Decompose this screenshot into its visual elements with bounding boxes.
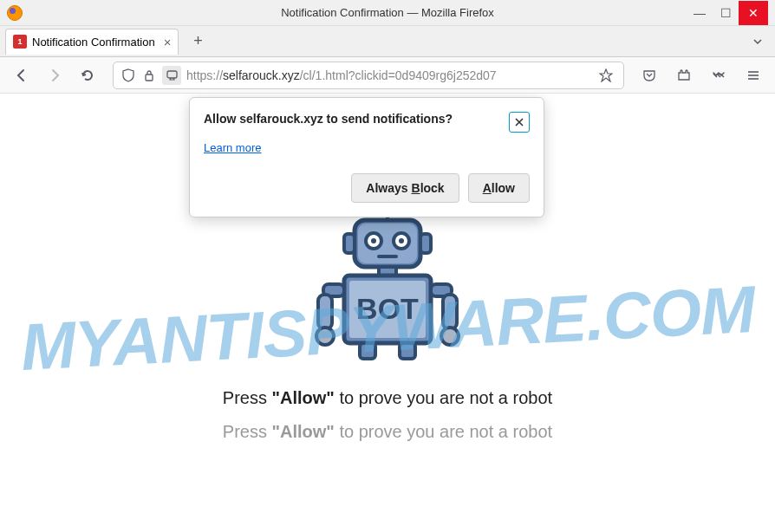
overflow-icon[interactable] <box>706 62 732 88</box>
window-title: Notification Confirmation — Mozilla Fire… <box>281 6 494 19</box>
forward-button[interactable] <box>42 62 68 88</box>
browser-tab[interactable]: 1 Notification Confirmation × <box>5 29 179 55</box>
bot-label: BOT <box>356 292 419 325</box>
window-controls: — ☐ ✕ <box>687 1 768 25</box>
firefox-icon <box>7 5 23 21</box>
prove-text-primary: Press "Allow" to prove you are not a rob… <box>223 388 552 408</box>
maximize-button[interactable]: ☐ <box>713 1 739 25</box>
permission-icon[interactable] <box>162 66 181 85</box>
minimize-button[interactable]: — <box>687 1 713 25</box>
window-titlebar: Notification Confirmation — Mozilla Fire… <box>0 0 775 26</box>
tab-bar: 1 Notification Confirmation × + <box>0 26 775 57</box>
always-block-button[interactable]: Always Block <box>351 173 459 203</box>
extensions-icon[interactable] <box>671 62 697 88</box>
hamburger-menu-icon[interactable] <box>740 62 766 88</box>
learn-more-link[interactable]: Learn more <box>204 141 261 154</box>
svg-rect-20 <box>318 295 332 329</box>
back-button[interactable] <box>9 62 35 88</box>
url-path: /cl/1.html?clickid=0d9409rg6j252d07 <box>300 68 497 82</box>
learn-more-row: Learn more <box>204 141 530 154</box>
popup-close-button[interactable] <box>509 112 530 133</box>
url-scheme: https:// <box>186 68 223 82</box>
notification-permission-popup: Allow selfarouck.xyz to send notificatio… <box>189 97 544 217</box>
svg-rect-23 <box>443 295 457 329</box>
tab-list-dropdown-icon[interactable] <box>746 29 770 54</box>
svg-rect-1 <box>167 71 177 78</box>
svg-rect-9 <box>344 234 355 253</box>
svg-point-12 <box>371 238 376 243</box>
popup-title: Allow selfarouck.xyz to send notificatio… <box>204 112 453 126</box>
close-tab-icon[interactable]: × <box>164 35 172 49</box>
close-window-button[interactable]: ✕ <box>739 1 768 25</box>
svg-point-21 <box>316 328 334 345</box>
close-icon <box>514 117 524 127</box>
svg-point-24 <box>441 328 459 345</box>
url-text: https://selfarouck.xyz/cl/1.html?clickid… <box>186 68 590 82</box>
address-bar[interactable]: https://selfarouck.xyz/cl/1.html?clickid… <box>113 62 624 89</box>
tab-title: Notification Confirmation <box>32 36 155 49</box>
shield-icon[interactable] <box>120 68 136 83</box>
pocket-icon[interactable] <box>636 62 662 88</box>
bookmark-star-icon[interactable] <box>596 65 616 86</box>
lock-icon[interactable] <box>141 68 157 83</box>
prove-text-secondary: Press "Allow" to prove you are not a rob… <box>223 422 552 442</box>
reload-button[interactable] <box>75 62 101 88</box>
svg-point-14 <box>399 238 404 243</box>
svg-rect-10 <box>420 234 431 253</box>
popup-buttons: Always Block Allow <box>204 173 530 203</box>
svg-rect-25 <box>360 343 375 359</box>
toolbar-right <box>636 62 766 88</box>
tab-favicon-badge: 1 <box>13 35 27 49</box>
navigation-toolbar: https://selfarouck.xyz/cl/1.html?clickid… <box>0 57 775 94</box>
url-domain: selfarouck.xyz <box>223 68 300 82</box>
svg-rect-0 <box>146 75 153 81</box>
page-content-area: MYANTISPYWARE.COM BOT <box>0 94 775 532</box>
svg-rect-26 <box>400 343 415 359</box>
new-tab-button[interactable]: + <box>186 29 210 54</box>
robot-image: BOT <box>292 198 483 362</box>
popup-header: Allow selfarouck.xyz to send notificatio… <box>204 112 530 133</box>
allow-button[interactable]: Allow <box>468 173 530 203</box>
